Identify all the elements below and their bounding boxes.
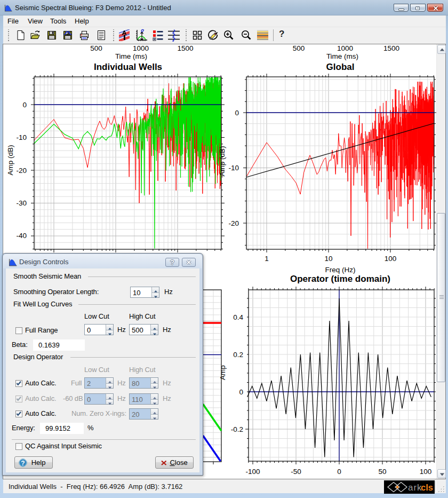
svg-text:10: 10: [324, 255, 332, 263]
svg-text:Amp (dB): Amp (dB): [218, 146, 226, 176]
svg-text:?: ?: [21, 460, 25, 467]
svg-text:1000: 1000: [133, 44, 149, 52]
svg-text:Amp (dB): Amp (dB): [6, 145, 14, 175]
svg-text:-100: -100: [245, 468, 260, 476]
svg-text:0: 0: [337, 468, 341, 476]
svg-text:-10: -10: [16, 133, 27, 141]
svg-text:0.2: 0.2: [233, 351, 243, 359]
svg-text:Time (ms): Time (ms): [326, 52, 358, 60]
svg-text:cls: cls: [421, 483, 433, 492]
svg-text:500: 500: [90, 44, 102, 52]
svg-text:1000: 1000: [337, 44, 353, 52]
svg-text:Freq (Hz): Freq (Hz): [325, 266, 356, 274]
svg-text:Operator (time domain): Operator (time domain): [290, 274, 390, 284]
svg-text:-30: -30: [16, 199, 27, 207]
svg-text:Individual Wells: Individual Wells: [94, 62, 162, 72]
svg-text:-10: -10: [228, 164, 239, 172]
svg-text:ark: ark: [408, 483, 422, 493]
svg-text:-20: -20: [16, 167, 27, 175]
svg-text:1500: 1500: [177, 44, 193, 52]
svg-text:0: 0: [239, 388, 243, 396]
svg-text:100: 100: [385, 255, 397, 263]
svg-text:Global: Global: [326, 62, 355, 72]
svg-text:500: 500: [293, 44, 305, 52]
svg-text:0.4: 0.4: [233, 313, 243, 321]
svg-text:1: 1: [265, 255, 269, 263]
svg-text:-20: -20: [228, 219, 239, 227]
svg-text:0: 0: [235, 109, 239, 117]
svg-text:Time (ms): Time (ms): [115, 52, 147, 60]
svg-text:1500: 1500: [383, 44, 399, 52]
svg-text:50: 50: [378, 468, 386, 476]
svg-text:-50: -50: [291, 468, 301, 476]
svg-text:-40: -40: [16, 232, 27, 240]
svg-text:100: 100: [420, 468, 432, 476]
svg-text:Amp: Amp: [219, 365, 227, 380]
svg-text:0: 0: [22, 101, 27, 109]
svg-text:-0.2: -0.2: [231, 425, 243, 433]
